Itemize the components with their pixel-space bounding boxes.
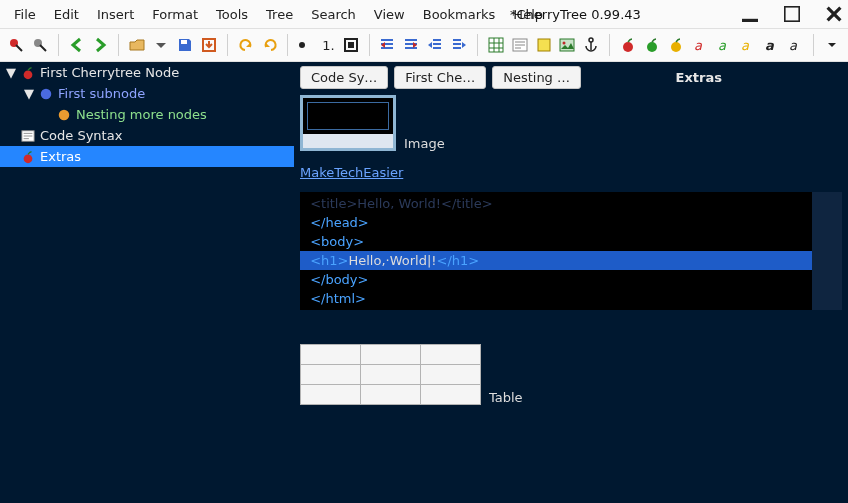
table-cell[interactable] <box>421 385 481 405</box>
toolbar-separator <box>118 34 119 56</box>
svg-text:a: a <box>789 38 798 53</box>
svg-point-6 <box>299 42 305 48</box>
menu-format[interactable]: Format <box>144 3 206 26</box>
table-cell[interactable] <box>301 365 361 385</box>
table-cell[interactable] <box>421 365 481 385</box>
menu-edit[interactable]: Edit <box>46 3 87 26</box>
dropdown-icon[interactable] <box>151 34 171 56</box>
list-check-icon[interactable] <box>341 34 361 56</box>
table-cell[interactable] <box>421 345 481 365</box>
font-yellow-icon[interactable]: a <box>738 34 758 56</box>
embedded-image[interactable] <box>300 95 396 151</box>
code-line[interactable]: </body> <box>300 270 812 289</box>
nav-forward-icon[interactable] <box>91 34 111 56</box>
close-icon[interactable] <box>826 6 842 22</box>
svg-point-16 <box>647 42 657 52</box>
cherry-yellow-icon[interactable] <box>666 34 686 56</box>
cherry-green-icon[interactable] <box>642 34 662 56</box>
cherry-red-icon[interactable] <box>618 34 638 56</box>
code-line[interactable]: <h1>Hello,·World|!</h1> <box>300 251 812 270</box>
link-maketecheasier[interactable]: MakeTechEasier <box>300 165 842 180</box>
insert-file-icon[interactable] <box>534 34 554 56</box>
code-line[interactable]: <title>Hello, World!</title> <box>300 194 812 213</box>
outdent-icon[interactable] <box>425 34 445 56</box>
font-bold-icon[interactable]: a <box>761 34 781 56</box>
indent-right-icon[interactable] <box>401 34 421 56</box>
svg-text:a: a <box>741 38 750 53</box>
menu-tree[interactable]: Tree <box>258 3 301 26</box>
table-cell[interactable] <box>301 385 361 405</box>
list-bullet-icon[interactable] <box>296 34 316 56</box>
active-node-title: Extras <box>676 70 722 85</box>
tree-node[interactable]: Nesting more nodes <box>0 104 294 125</box>
expander-open-icon[interactable]: ▼ <box>6 65 18 80</box>
pin-red-icon[interactable] <box>6 34 26 56</box>
table-label: Table <box>489 390 523 405</box>
table-row: Table <box>300 344 842 405</box>
menubar: File Edit Insert Format Tools Tree Searc… <box>0 0 848 28</box>
table-cell[interactable] <box>361 345 421 365</box>
nav-back-icon[interactable] <box>67 34 87 56</box>
tree-node[interactable]: Code Syntax <box>0 125 294 146</box>
insert-codebox-icon[interactable] <box>510 34 530 56</box>
menu-tools[interactable]: Tools <box>208 3 256 26</box>
table-cell[interactable] <box>361 365 421 385</box>
svg-rect-4 <box>181 40 187 44</box>
insert-anchor-icon[interactable] <box>581 34 601 56</box>
svg-point-15 <box>623 42 633 52</box>
redo-icon[interactable] <box>260 34 280 56</box>
menu-bookmarks[interactable]: Bookmarks <box>415 3 504 26</box>
table-cell[interactable] <box>361 385 421 405</box>
tree-node[interactable]: ▼First subnode <box>0 83 294 104</box>
maximize-icon[interactable] <box>784 6 800 22</box>
indent-left-icon[interactable] <box>377 34 397 56</box>
tree-node-label: Nesting more nodes <box>76 107 207 122</box>
minimize-icon[interactable] <box>742 6 758 22</box>
toolbar-overflow-icon[interactable] <box>822 34 842 56</box>
export-icon[interactable] <box>199 34 219 56</box>
code-line[interactable]: </html> <box>300 289 812 308</box>
table-cell[interactable] <box>301 345 361 365</box>
svg-point-24 <box>41 88 52 99</box>
font-red-icon[interactable]: a <box>690 34 710 56</box>
indent-icon[interactable] <box>449 34 469 56</box>
svg-text:a: a <box>718 38 727 53</box>
insert-image-icon[interactable] <box>557 34 577 56</box>
svg-rect-8 <box>348 42 354 48</box>
tab-code-syntax[interactable]: Code Sy… <box>300 66 388 89</box>
image-row: Image <box>300 95 842 151</box>
menu-file[interactable]: File <box>6 3 44 26</box>
main-area: ▼First Cherrytree Node▼First subnodeNest… <box>0 62 848 503</box>
code-line[interactable]: <body> <box>300 232 812 251</box>
tab-nesting[interactable]: Nesting … <box>492 66 581 89</box>
window-title: *CherryTree 0.99.43 <box>510 7 641 22</box>
expander-open-icon[interactable]: ▼ <box>24 86 36 101</box>
list-number-label[interactable]: 1. <box>320 38 336 53</box>
pin-gray-icon[interactable] <box>30 34 50 56</box>
save-icon[interactable] <box>175 34 195 56</box>
tree-panel[interactable]: ▼First Cherrytree Node▼First subnodeNest… <box>0 62 294 503</box>
menu-view[interactable]: View <box>366 3 413 26</box>
tab-first-cherrytree[interactable]: First Che… <box>394 66 486 89</box>
menu-search[interactable]: Search <box>303 3 364 26</box>
content-panel: Code Sy… First Che… Nesting … Extras Ima… <box>294 62 848 503</box>
toolbar-separator <box>227 34 228 56</box>
menu-insert[interactable]: Insert <box>89 3 142 26</box>
codebox[interactable]: <title>Hello, World!</title> </head> <bo… <box>300 192 842 310</box>
undo-icon[interactable] <box>236 34 256 56</box>
svg-point-25 <box>59 109 70 120</box>
svg-rect-0 <box>742 19 758 22</box>
tree-node-label: First subnode <box>58 86 145 101</box>
toolbar-separator <box>813 34 814 56</box>
code-line[interactable]: </head> <box>300 213 812 232</box>
svg-point-27 <box>24 154 33 163</box>
open-icon[interactable] <box>127 34 147 56</box>
insert-table-icon[interactable] <box>486 34 506 56</box>
font-green-icon[interactable]: a <box>714 34 734 56</box>
font-italic-icon[interactable]: a <box>785 34 805 56</box>
cherry-icon <box>20 65 36 81</box>
embedded-table[interactable] <box>300 344 481 405</box>
toolbar-separator <box>477 34 478 56</box>
tree-node[interactable]: Extras <box>0 146 294 167</box>
tree-node[interactable]: ▼First Cherrytree Node <box>0 62 294 83</box>
